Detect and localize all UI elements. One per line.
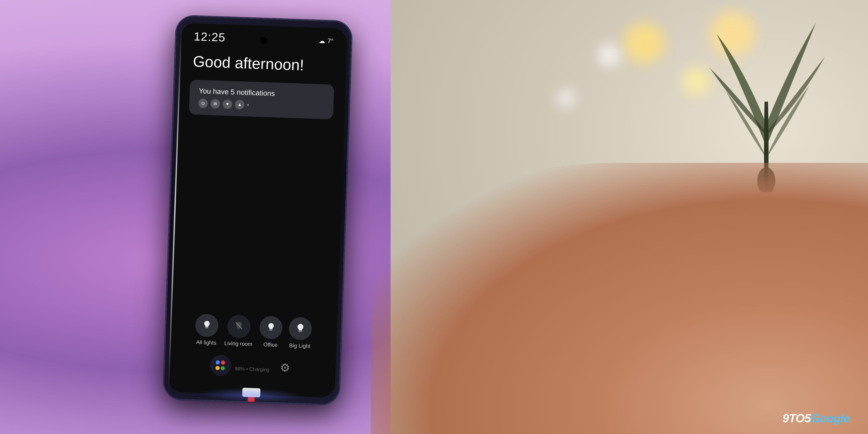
watermark-5: 5 bbox=[804, 412, 811, 425]
assistant-dots bbox=[215, 360, 226, 371]
phone-body: 12:25 ☁ 7° Good afternoon! You have 5 no… bbox=[163, 15, 352, 405]
battery-status: 98% • Charging bbox=[235, 366, 270, 373]
phone-screen: 12:25 ☁ 7° Good afternoon! You have 5 no… bbox=[168, 23, 348, 398]
light-button-all-lights[interactable]: All lights bbox=[195, 314, 219, 346]
screen-content: 12:25 ☁ 7° Good afternoon! You have 5 no… bbox=[168, 23, 348, 398]
dot-yellow bbox=[215, 366, 220, 370]
svg-rect-4 bbox=[238, 329, 240, 330]
status-icons: ☁ 7° bbox=[319, 37, 334, 45]
watermark: 9TO5Google bbox=[782, 411, 850, 425]
notif-dot bbox=[247, 104, 249, 106]
notification-icons-row: ⊙ ✉ ♥ ▲ bbox=[198, 98, 324, 112]
temperature: 7° bbox=[327, 37, 334, 45]
bokeh-light bbox=[624, 23, 664, 63]
notif-icon-3: ♥ bbox=[223, 99, 232, 109]
light-icon-circle-all-lights bbox=[195, 314, 218, 337]
watermark-google: Google bbox=[811, 412, 850, 425]
phone: 12:25 ☁ 7° Good afternoon! You have 5 no… bbox=[163, 15, 352, 405]
light-button-big-light[interactable]: Big Light bbox=[288, 317, 312, 349]
light-label-all-lights: All lights bbox=[196, 339, 216, 346]
bottom-dock: All lights bbox=[168, 313, 338, 380]
greeting-section: Good afternoon! bbox=[179, 45, 347, 81]
weather-icon: ☁ bbox=[319, 37, 325, 44]
light-icon-circle-big-light bbox=[289, 317, 312, 340]
light-icon-circle-office bbox=[259, 316, 283, 339]
light-bulb-icon bbox=[202, 319, 212, 332]
settings-icon: ⚙ bbox=[280, 361, 290, 375]
bokeh-light bbox=[558, 90, 574, 106]
light-label-living-room: Living room bbox=[224, 340, 252, 347]
dot-blue bbox=[216, 360, 220, 365]
greeting-text: Good afternoon! bbox=[193, 52, 333, 75]
light-bulb-office-icon bbox=[266, 321, 276, 334]
google-assistant-button[interactable] bbox=[210, 355, 231, 376]
watermark-9to5: 9TO bbox=[782, 412, 804, 425]
svg-rect-8 bbox=[299, 330, 302, 331]
notif-icon-2: ✉ bbox=[211, 99, 220, 108]
svg-rect-2 bbox=[206, 328, 208, 329]
dot-green bbox=[221, 366, 225, 370]
notif-icon-1: ⊙ bbox=[198, 98, 208, 108]
light-controls: All lights bbox=[174, 313, 333, 350]
svg-rect-7 bbox=[270, 330, 272, 331]
dot-red bbox=[221, 361, 225, 365]
svg-rect-6 bbox=[270, 329, 273, 330]
bokeh-light bbox=[599, 45, 619, 66]
svg-rect-1 bbox=[205, 327, 209, 328]
status-time: 12:25 bbox=[194, 30, 226, 44]
svg-rect-3 bbox=[237, 328, 241, 329]
notification-title: You have 5 notifications bbox=[199, 87, 325, 99]
hand bbox=[371, 163, 868, 434]
light-icon-circle-living-room bbox=[227, 315, 250, 338]
light-button-living-room[interactable]: Living room bbox=[224, 315, 253, 347]
notification-card[interactable]: You have 5 notifications ⊙ ✉ ♥ ▲ bbox=[189, 80, 334, 119]
light-label-office: Office bbox=[264, 341, 278, 348]
svg-rect-9 bbox=[299, 331, 302, 332]
light-button-office[interactable]: Office bbox=[259, 316, 283, 348]
settings-button[interactable]: ⚙ bbox=[276, 358, 294, 377]
light-bulb-off-icon bbox=[234, 320, 244, 333]
notif-icon-4: ▲ bbox=[235, 100, 245, 110]
light-label-big-light: Big Light bbox=[289, 342, 310, 349]
light-bulb-big-icon bbox=[295, 322, 306, 335]
